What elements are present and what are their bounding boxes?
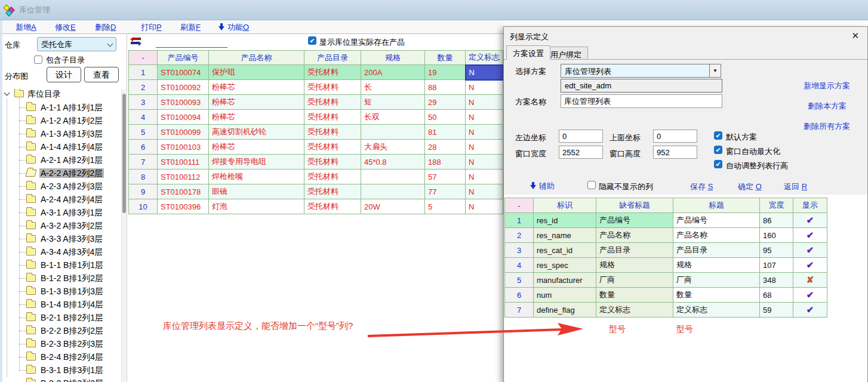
table-cell[interactable]: 厂商 [596, 273, 673, 288]
table-cell[interactable]: 受托材料 [304, 170, 361, 184]
tree-item[interactable]: A-2-4 A排2列4层 [26, 193, 104, 207]
table-cell[interactable]: ST0100178 [158, 184, 209, 199]
table-cell[interactable]: 规格 [673, 258, 760, 273]
tree-item[interactable]: A-3-3 A排3列3层 [26, 233, 104, 246]
table-cell[interactable]: res_id [534, 213, 596, 228]
table-cell[interactable]: 产品名称 [596, 228, 673, 243]
table-cell[interactable]: N [466, 125, 503, 140]
table-cell[interactable]: 77 [425, 184, 466, 199]
tree-item[interactable]: A-2-3 A排2列3层 [26, 180, 104, 193]
table-cell[interactable]: 3 [129, 95, 158, 110]
tree-item[interactable]: A-3-4 A排3列4层 [26, 246, 104, 259]
table-cell[interactable]: 保护咀 [209, 65, 304, 80]
table-cell[interactable]: 50 [425, 110, 466, 125]
design-button[interactable]: 设计 [47, 67, 81, 82]
table-cell[interactable]: 长 [361, 80, 425, 95]
table-cell[interactable]: 8 [129, 170, 158, 184]
table-cell[interactable]: 5 [505, 273, 534, 288]
tree-item[interactable]: A-3-2 A排3列2层 [26, 220, 104, 233]
swap-columns-icon[interactable] [131, 37, 141, 46]
table-cell[interactable]: N [466, 80, 503, 95]
tree-root-node[interactable]: 库位目录 [5, 89, 61, 101]
table-cell[interactable]: 4 [129, 110, 158, 125]
table-cell[interactable]: 3 [505, 243, 534, 258]
table-cell[interactable]: ST0100074 [158, 65, 209, 80]
tree-item[interactable]: A-2-2 A排2列2层 [26, 167, 104, 180]
table-cell[interactable]: 数量 [596, 288, 673, 303]
table-cell[interactable]: 数量 [673, 288, 760, 303]
column-header[interactable]: - [129, 51, 158, 65]
table-cell[interactable]: 定义标志 [596, 303, 673, 318]
window-width-input[interactable] [559, 146, 603, 159]
tree-item[interactable]: B-2-4 B排2列4层 [26, 351, 104, 364]
delete-scheme-link[interactable]: 删除本方案 [808, 101, 847, 112]
table-cell[interactable]: 受托材料 [304, 199, 361, 214]
show-products-checkbox[interactable]: ✔ [308, 36, 316, 45]
table-cell[interactable]: 粉棒芯 [209, 80, 304, 95]
filter-input[interactable] [156, 36, 227, 48]
table-cell[interactable]: 57 [425, 170, 466, 184]
tree-item[interactable]: A-2-1 A排2列1层 [26, 154, 104, 167]
table-cell[interactable]: 2 [129, 80, 158, 95]
auto-maximize-checkbox[interactable]: ✔ [714, 146, 722, 154]
tree-item[interactable]: A-1-2 A排1列2层 [26, 115, 104, 128]
table-cell[interactable]: 68 [760, 288, 793, 303]
table-cell[interactable]: ST0100092 [158, 80, 209, 95]
add-scheme-link[interactable]: 新增显示方案 [804, 81, 850, 91]
table-cell[interactable]: 1 [129, 65, 158, 80]
toolbar-item-f[interactable]: 刷新F [180, 22, 201, 33]
tree-item[interactable]: A-1-4 A排1列4层 [26, 141, 104, 154]
column-header[interactable]: 宽度 [760, 198, 793, 213]
column-header[interactable]: 标识 [534, 198, 596, 213]
table-cell[interactable]: 7 [505, 303, 534, 318]
table-cell[interactable]: 20W [361, 199, 425, 214]
toolbar-item-o[interactable]: 功能O [218, 22, 249, 33]
show-toggle-cell[interactable]: ✔ [793, 303, 827, 318]
toolbar-item-d[interactable]: 删除D [95, 22, 116, 33]
tab-scheme-settings[interactable]: 方案设置 [506, 45, 550, 60]
table-cell[interactable]: 受托材料 [304, 155, 361, 170]
table-cell[interactable]: 45*0.8 [361, 155, 425, 170]
table-cell[interactable]: 受托材料 [304, 80, 361, 95]
column-header[interactable]: - [505, 198, 534, 213]
table-cell[interactable]: 灯泡 [209, 199, 304, 214]
table-cell[interactable] [361, 184, 425, 199]
show-toggle-cell[interactable]: ✔ [793, 228, 827, 243]
table-cell[interactable]: 19 [425, 65, 466, 80]
table-cell[interactable]: manufacturer [534, 273, 596, 288]
table-cell[interactable]: N [466, 184, 503, 199]
table-cell[interactable]: ST0100112 [158, 170, 209, 184]
left-coord-input[interactable] [559, 130, 603, 143]
scheme-select-dropdown-button[interactable]: ▼ [709, 64, 721, 78]
column-header[interactable]: 定义标志 [466, 51, 503, 65]
hide-columns-checkbox[interactable] [587, 181, 596, 189]
table-cell[interactable]: 4 [505, 258, 534, 273]
default-scheme-checkbox[interactable]: ✔ [714, 131, 722, 140]
table-cell[interactable]: 长双 [361, 110, 425, 125]
show-toggle-cell[interactable]: ✔ [793, 258, 827, 273]
window-height-input[interactable] [653, 146, 697, 159]
table-cell[interactable]: ST0100099 [158, 125, 209, 140]
table-cell[interactable]: 产品目录 [673, 243, 760, 258]
column-header[interactable]: 产品目录 [304, 51, 361, 65]
table-cell[interactable]: N [466, 199, 503, 214]
table-cell[interactable]: 受托材料 [304, 110, 361, 125]
tree-item[interactable]: B-1-3 B排1列3层 [26, 285, 104, 298]
table-cell[interactable]: 160 [760, 228, 793, 243]
table-cell[interactable]: 大扁头 [361, 140, 425, 155]
tree-item[interactable]: A-1-1 A排1列1层 [26, 101, 104, 115]
table-cell[interactable]: 95 [760, 243, 793, 258]
column-header[interactable]: 缺省标题 [596, 198, 673, 213]
tree-item[interactable]: A-1-3 A排1列3层 [26, 128, 104, 141]
table-cell[interactable]: 产品名称 [673, 228, 760, 243]
table-cell[interactable]: 348 [760, 273, 793, 288]
panel-splitter[interactable] [127, 34, 127, 382]
table-cell[interactable]: 59 [760, 303, 793, 318]
table-cell[interactable]: 受托材料 [304, 65, 361, 80]
tree-item[interactable]: B-2-3 B排2列3层 [26, 338, 104, 351]
table-cell[interactable]: 产品目录 [596, 243, 673, 258]
include-sub-checkbox[interactable] [34, 56, 42, 64]
table-cell[interactable]: 81 [425, 125, 466, 140]
table-cell[interactable]: res_name [534, 228, 596, 243]
table-cell[interactable]: define_flag [534, 303, 596, 318]
